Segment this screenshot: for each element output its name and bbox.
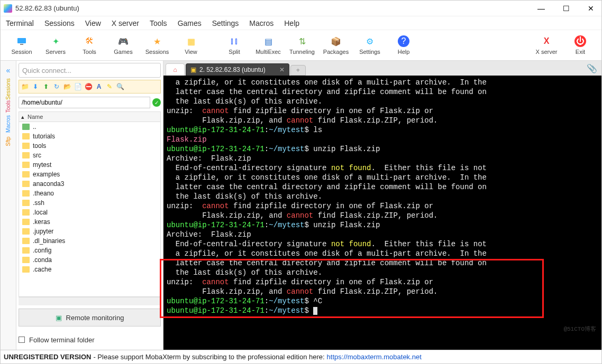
file-list-header[interactable]: ▴Name bbox=[19, 111, 161, 122]
folder-icon bbox=[22, 152, 30, 158]
menu-terminal[interactable]: Terminal bbox=[6, 19, 34, 27]
statusbar: UNREGISTERED VERSION - Please support Mo… bbox=[1, 350, 601, 363]
side-tabs: « Sessions Tools Macros Sftp bbox=[1, 61, 16, 350]
status-unregistered: UNREGISTERED VERSION bbox=[4, 353, 91, 361]
sftp-newfile-icon[interactable]: 📄 bbox=[74, 83, 81, 90]
sftp-download-icon[interactable]: ⬇ bbox=[32, 83, 39, 90]
file-row[interactable]: .conda bbox=[19, 255, 160, 265]
menu-xserver[interactable]: X server bbox=[112, 19, 139, 27]
left-panel: Quick connect... 📁 ⬇ ⬆ ↻ 📂 📄 ⛔ A ✎ 🔍 ✓ ▴… bbox=[16, 61, 163, 350]
sftp-newfolder-icon[interactable]: 📂 bbox=[63, 83, 71, 90]
quick-connect-input[interactable]: Quick connect... bbox=[19, 63, 161, 78]
tab-add[interactable]: + bbox=[290, 65, 306, 76]
cursor bbox=[313, 307, 317, 315]
file-row-up[interactable]: .. bbox=[19, 122, 160, 132]
tb-tools[interactable]: 🛠Tools bbox=[72, 35, 106, 55]
file-row[interactable]: tutorials bbox=[19, 132, 160, 141]
follow-terminal-checkbox[interactable]: Follow terminal folder bbox=[19, 332, 161, 348]
file-row[interactable]: .keras bbox=[19, 217, 160, 227]
tb-servers[interactable]: ✦Servers bbox=[39, 35, 72, 55]
path-ok-icon: ✓ bbox=[152, 98, 161, 107]
sidetab-sftp[interactable]: Sftp bbox=[5, 137, 11, 146]
file-row[interactable]: .ssh bbox=[19, 198, 160, 208]
sidetab-macros[interactable]: Macros bbox=[5, 115, 11, 133]
terminal[interactable]: a zipfile, or it constitutes one disk of… bbox=[163, 76, 601, 350]
menu-tools[interactable]: Tools bbox=[150, 19, 167, 27]
tb-packages[interactable]: 📦Packages bbox=[319, 35, 353, 55]
file-row[interactable]: .cache bbox=[19, 265, 160, 274]
tb-exit[interactable]: ⏻Exit bbox=[563, 35, 597, 55]
sidetab-sessions[interactable]: Sessions bbox=[5, 78, 11, 100]
file-row[interactable]: mytest bbox=[19, 160, 160, 170]
file-list-hscroll[interactable] bbox=[19, 297, 161, 305]
menu-help[interactable]: Help bbox=[284, 19, 299, 27]
sftp-search-icon[interactable]: 🔍 bbox=[116, 83, 124, 90]
tb-tunneling[interactable]: ⇅Tunneling bbox=[285, 35, 319, 55]
file-row[interactable]: .jupyter bbox=[19, 227, 160, 236]
menu-sessions[interactable]: Sessions bbox=[44, 19, 75, 27]
tab-bar: ⌂ ▣2. 52.82.62.83 (ubuntu)✕ + 📎 bbox=[163, 61, 601, 76]
file-row[interactable]: .local bbox=[19, 208, 160, 217]
folder-icon bbox=[22, 257, 30, 263]
tb-view[interactable]: ▦View bbox=[174, 35, 208, 55]
tb-games[interactable]: 🎮Games bbox=[106, 35, 140, 55]
tab-session[interactable]: ▣2. 52.82.62.83 (ubuntu)✕ bbox=[186, 63, 289, 76]
tb-session[interactable]: Session bbox=[5, 35, 39, 55]
file-list: .. tutorials tools src mytest examples a… bbox=[19, 122, 161, 297]
menu-macros[interactable]: Macros bbox=[249, 19, 273, 27]
path-input[interactable] bbox=[19, 97, 150, 108]
sftp-refresh-icon[interactable]: ↻ bbox=[53, 83, 60, 90]
sidetab-tools[interactable]: Tools bbox=[5, 100, 11, 113]
folder-up-icon bbox=[22, 124, 30, 130]
svg-rect-0 bbox=[17, 38, 26, 43]
file-row[interactable]: .theano bbox=[19, 189, 160, 198]
folder-icon bbox=[22, 143, 30, 149]
minimize-button[interactable]: — bbox=[533, 2, 549, 15]
tb-sessions[interactable]: ★Sessions bbox=[140, 35, 174, 55]
folder-icon bbox=[22, 171, 30, 178]
remote-monitoring-button[interactable]: ▣Remote monitoring bbox=[19, 309, 161, 326]
checkbox-icon bbox=[19, 337, 25, 343]
maximize-button[interactable]: ☐ bbox=[559, 2, 574, 15]
terminal-icon: ▣ bbox=[190, 66, 196, 73]
folder-icon bbox=[22, 209, 30, 216]
tb-xserver[interactable]: XX server bbox=[530, 35, 563, 55]
monitor-icon: ▣ bbox=[56, 314, 62, 322]
menubar: Terminal Sessions View X server Tools Ga… bbox=[1, 16, 601, 30]
folder-icon bbox=[22, 247, 30, 254]
tb-multiexec[interactable]: ▤MultiExec bbox=[251, 35, 285, 55]
file-row[interactable]: src bbox=[19, 151, 160, 160]
tab-home[interactable]: ⌂ bbox=[166, 63, 185, 76]
sftp-delete-icon[interactable]: ⛔ bbox=[85, 83, 92, 90]
status-text: - Please support MobaXterm by subscribin… bbox=[93, 353, 324, 361]
titlebar: 52.82.62.83 (ubuntu) — ☐ ✕ bbox=[1, 1, 601, 16]
file-row[interactable]: anaconda3 bbox=[19, 179, 160, 189]
plus-icon: + bbox=[296, 67, 300, 74]
file-row[interactable]: examples bbox=[19, 170, 160, 179]
collapse-icon[interactable]: « bbox=[6, 66, 11, 74]
sftp-text-icon[interactable]: A bbox=[95, 83, 103, 90]
tb-split[interactable]: ⫿⫿Split bbox=[217, 35, 251, 55]
tb-help[interactable]: ?Help bbox=[387, 35, 421, 55]
tab-close-icon[interactable]: ✕ bbox=[279, 66, 285, 73]
folder-icon bbox=[22, 228, 30, 235]
menu-settings[interactable]: Settings bbox=[212, 19, 239, 27]
close-button[interactable]: ✕ bbox=[583, 2, 598, 15]
folder-icon bbox=[22, 219, 30, 225]
folder-icon bbox=[22, 200, 30, 206]
folder-icon bbox=[22, 190, 30, 197]
attach-icon[interactable]: 📎 bbox=[585, 61, 599, 76]
folder-icon bbox=[22, 133, 30, 139]
sftp-upload-icon[interactable]: ⬆ bbox=[42, 83, 50, 90]
file-row[interactable]: .dl_binaries bbox=[19, 236, 160, 246]
status-link[interactable]: https://mobaxterm.mobatek.net bbox=[327, 353, 422, 361]
sftp-edit-icon[interactable]: ✎ bbox=[106, 83, 113, 90]
folder-icon bbox=[22, 266, 30, 273]
tb-settings[interactable]: ⚙Settings bbox=[353, 35, 387, 55]
sftp-folder-icon[interactable]: 📁 bbox=[21, 83, 29, 90]
menu-games[interactable]: Games bbox=[178, 19, 202, 27]
file-row[interactable]: tools bbox=[19, 141, 160, 151]
menu-view[interactable]: View bbox=[85, 19, 101, 27]
file-row[interactable]: .config bbox=[19, 246, 160, 255]
watermark: @51CTO博客 bbox=[563, 324, 596, 334]
